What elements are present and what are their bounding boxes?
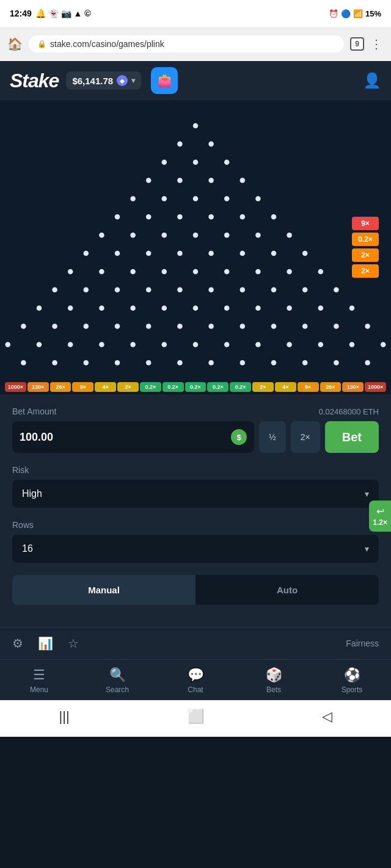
bet-amount-input[interactable] [20,431,231,444]
search-icon: 🔍 [109,667,126,683]
app-header: Stake $6,141.78 ◈ ▾ 👛 👤 [0,61,391,100]
chat-icon: 💬 [188,667,204,683]
alarm-icon: ⏰ [329,9,338,18]
bucket-2x-left: 2× [117,382,139,392]
svg-point-48 [115,288,120,293]
svg-point-15 [255,196,261,201]
svg-point-11 [130,196,136,201]
nav-bets[interactable]: 🎲 Bets [235,660,313,700]
svg-point-77 [334,324,339,329]
svg-point-62 [224,305,230,311]
svg-point-88 [287,342,292,347]
svg-point-7 [146,178,152,183]
svg-point-41 [193,269,199,275]
mult-item-02x-1: 0.2× [352,233,379,246]
svg-point-18 [177,214,183,220]
svg-point-45 [318,269,324,275]
balance-box[interactable]: $6,141.78 ◈ ▾ [66,71,141,90]
profile-icon[interactable]: 👤 [363,72,381,89]
svg-point-64 [287,305,292,311]
url-bar[interactable]: 🔒 stake.com/casino/games/plink [29,35,344,52]
home-icon[interactable]: 🏠 [7,37,23,51]
svg-point-44 [287,269,292,275]
wallet-button[interactable]: 👛 [151,67,178,94]
bucket-130x-left: 130× [27,382,49,392]
svg-point-49 [146,288,152,293]
svg-point-9 [208,178,214,183]
svg-point-67 [21,324,26,329]
svg-point-3 [208,142,214,147]
svg-point-6 [224,159,230,165]
bet-button[interactable]: Bet [325,421,379,453]
notification-icons: 🔔 👻 📷 ▲ © [35,9,91,18]
nav-sports[interactable]: ⚽ Sports [313,660,391,700]
bucket-2x-right: 2× [252,382,274,392]
svg-point-90 [349,342,355,347]
undo-icon: ↩ [376,505,384,517]
svg-point-89 [318,342,324,347]
svg-point-97 [177,360,183,366]
controls-area: Bet Amount 0.02468000 ETH $ ½ 2× Bet Ris… [0,394,391,627]
svg-point-23 [130,233,136,238]
svg-point-17 [146,214,152,220]
svg-point-5 [193,159,199,165]
rows-label: Rows [12,520,379,530]
battery-display: 15% [365,9,381,18]
fairness-button[interactable]: Fairness [346,638,379,648]
svg-point-57 [68,305,73,311]
bucket-row: 1000× 130× 26× 9× 4× 2× 0.2× 0.2× 0.2× 0… [0,380,391,394]
auto-mode-button[interactable]: Auto [196,575,379,605]
undo-panel[interactable]: ↩ 1.2× [369,501,391,532]
android-nav: ||| ⬜ ◁ [0,700,391,737]
rows-dropdown[interactable]: 16 ▾ [12,535,379,563]
star-icon[interactable]: ☆ [68,636,79,651]
svg-point-74 [240,324,246,329]
bluetooth-icon: 🔵 [341,9,351,18]
nav-chat[interactable]: 💬 Chat [156,660,235,700]
svg-point-25 [193,233,199,238]
dollar-icon: $ [231,429,247,445]
nav-search[interactable]: 🔍 Search [78,660,156,700]
svg-point-99 [240,360,246,366]
svg-point-92 [21,360,26,366]
svg-point-19 [208,214,214,220]
android-home-icon[interactable]: ⬜ [188,709,204,725]
bottom-tools: ⚙ 📊 ☆ Fairness [0,627,391,659]
svg-point-28 [287,233,292,238]
svg-point-33 [208,251,214,256]
svg-rect-0 [0,106,391,380]
svg-point-102 [334,360,339,366]
manual-mode-button[interactable]: Manual [12,575,196,605]
bucket-02x-3: 0.2× [185,382,206,392]
svg-point-87 [255,342,261,347]
android-recent-icon[interactable]: ◁ [322,709,332,725]
half-button[interactable]: ½ [259,421,286,453]
svg-point-43 [255,269,261,275]
nav-sports-label: Sports [342,685,363,694]
lock-icon: 🔒 [37,40,46,48]
svg-point-82 [99,342,104,347]
svg-point-83 [130,342,136,347]
stake-logo: Stake [10,70,59,92]
mult-item-2x-2: 2× [352,264,379,278]
bucket-02x-1: 0.2× [140,382,161,392]
bucket-4x-right: 4× [275,382,296,392]
risk-dropdown[interactable]: High ▾ [12,480,379,508]
mode-toggle: Manual Auto [12,575,379,605]
android-back-icon[interactable]: ||| [59,709,69,725]
svg-point-98 [208,360,214,366]
browser-menu-icon[interactable]: ⋮ [370,37,384,51]
bet-input-row: $ ½ 2× Bet [12,421,379,453]
svg-point-80 [37,342,42,347]
nav-menu[interactable]: ☰ Menu [0,660,78,700]
eth-icon: ◈ [117,75,128,86]
double-button[interactable]: 2× [291,421,320,453]
stats-icon[interactable]: 📊 [38,636,53,651]
svg-point-27 [255,233,261,238]
tab-count[interactable]: 9 [350,37,364,51]
signal-icon: 📶 [353,9,363,18]
nav-bets-label: Bets [266,685,281,694]
svg-point-100 [271,360,277,366]
settings-icon[interactable]: ⚙ [12,636,23,651]
time-display: 12:49 [10,9,32,18]
